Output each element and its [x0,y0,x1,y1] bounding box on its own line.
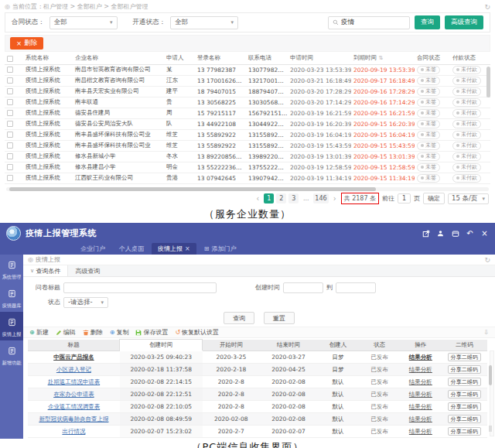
table-row[interactable]: 疫情上报系统 南丰县盛环保科技有限公司业 维芝 13 55892922 1315… [5,140,490,151]
result-analysis-link[interactable]: 结果分析 [409,416,432,422]
survey-title-link[interactable]: 小区进入登记 [56,366,91,373]
vertical-scrollbar[interactable] [490,351,494,436]
sidebar-item[interactable]: 疫情题库 [0,283,23,312]
result-analysis-link[interactable]: 结果分析 [409,366,432,373]
row-checkbox[interactable] [7,132,13,138]
table-row[interactable]: 出行情况 2020-02-07 15:23:02 2020-2-7 2020-0… [28,426,487,438]
survey-title-link[interactable]: 新型冠状病毒肺炎自查上报 [39,416,108,422]
result-analysis-link[interactable]: 结果分析 [409,391,432,398]
column-header[interactable]: 二维码 [442,340,487,351]
table-row[interactable]: 疫情上报系统 德安县住建局 周 15 79215117 156792151… 2… [5,108,490,118]
share-qrcode-button[interactable]: 分享二维码 [448,402,481,411]
copy-button[interactable]: ⊕复制 [110,328,129,337]
table-row[interactable]: 赴期返工情况申请表 2020-02-08 22:14:15 2020-2-8 2… [28,376,487,388]
restore-default-button[interactable]: ↺恢复默认设置 [175,328,219,337]
row-checkbox[interactable] [7,88,13,94]
open-status-select[interactable]: 全部▾ [170,16,238,29]
row-checkbox[interactable] [7,164,13,170]
next-page-icon[interactable]: › [332,194,338,203]
result-analysis-link[interactable]: 结果分析 [409,354,432,361]
row-checkbox[interactable] [7,99,13,105]
share-qrcode-button[interactable]: 分享二维码 [448,378,481,386]
page-button[interactable]: 3 [288,193,299,203]
query-button[interactable]: 查询 [415,15,440,29]
column-header[interactable]: 申请人 [164,53,195,64]
table-row[interactable]: 疫情上报系统 南昌楷文教育咨询有限公司 江东 13 17001626… 1321… [5,75,490,86]
tab-query-conditions[interactable]: ∨ 查询条件 [23,265,68,276]
table-row[interactable]: 疫情上报系统 江西蚁王药业有限公司 贵港 13 07942645 1390794… [5,173,490,183]
column-header[interactable]: 创建时间 [120,340,203,351]
scrollbar-thumb[interactable] [9,187,376,191]
table-row[interactable]: 疫情上报系统 南昌市智英教育咨询有限公司 某 13 77982387 13077… [5,64,490,75]
column-header[interactable]: 付款状态 [450,53,490,64]
status-select[interactable]: -请选择-▾ [63,297,108,308]
page-button[interactable]: 146 [313,193,328,203]
portal-tab-2[interactable]: 疫情上报× [152,243,196,255]
contract-status-select[interactable]: 全部▾ [50,16,118,29]
sidebar-item[interactable]: 系统管理 [0,255,23,283]
table-row[interactable]: 新型冠状病毒肺炎自查上报 2020-02-08 08:49:59 2020-02… [28,413,487,426]
goto-page-input[interactable] [398,193,411,203]
sort-icon[interactable]: ⇅ [378,55,383,61]
survey-title-link[interactable]: 企业返工情况调查表 [48,403,101,410]
horizontal-scrollbar[interactable] [6,187,489,191]
column-header[interactable]: 开始时间 [203,340,260,351]
share-qrcode-button[interactable]: 分享二维码 [448,353,481,361]
page-size-select[interactable]: 15 条/页▾ [448,193,489,204]
share-qrcode-button[interactable]: 分享二维码 [448,365,481,374]
new-window-icon[interactable] [422,229,430,238]
survey-title-link[interactable]: 中医云产品报名 [53,354,94,361]
survey-title-link[interactable]: 赴期返工情况申请表 [48,378,101,385]
column-header[interactable]: 系统名称 [23,53,73,64]
refresh-icon[interactable]: ↻ [484,3,490,11]
table-row[interactable]: 疫情上报系统 德安县公安局治安大队 队 13 44922108 13044922… [5,118,490,129]
share-qrcode-button[interactable]: 分享二维码 [448,390,481,398]
new-button[interactable]: ⊕新建 [29,328,49,337]
column-header[interactable]: 登录名称 [195,53,246,64]
table-row[interactable]: 企业返工情况调查表 2020-02-08 22:10:05 2020-2-8 2… [28,401,487,413]
survey-title-link[interactable]: 出行情况 [62,428,85,435]
page-button[interactable]: 1 [264,193,274,203]
collapse-icon[interactable]: ⇩ [483,329,489,336]
page-button[interactable]: 2 [276,193,286,203]
sidebar-item[interactable]: 新增功能 [0,340,23,369]
delete-button[interactable]: 删除 [83,328,103,337]
close-tab-icon[interactable]: × [185,245,190,252]
result-analysis-link[interactable]: 结果分析 [409,403,432,410]
back-icon[interactable]: ↶ [466,229,474,238]
table-row[interactable]: 中医云产品报名 2020-03-25 09:40:23 2020-3-25 20… [28,351,487,364]
column-header[interactable]: 联系电话 [246,53,288,64]
search-input[interactable] [341,19,405,26]
row-checkbox[interactable] [7,175,13,181]
share-qrcode-button[interactable]: 分享二维码 [448,415,481,423]
table-row[interactable]: 小区进入登记 2020-02-18 11:37:58 2020-2-18 202… [28,364,487,376]
created-to-input[interactable] [336,282,376,293]
delete-button[interactable]: ×删除 [10,37,43,50]
select-all-checkbox[interactable] [7,56,13,62]
scrollbar-thumb[interactable] [489,365,492,385]
user-icon[interactable] [436,229,445,238]
row-checkbox[interactable] [7,121,13,127]
result-analysis-link[interactable]: 结果分析 [409,378,432,385]
portal-tab-1[interactable]: 个人桌面 [113,243,150,255]
table-row[interactable]: 疫情上报系统 修水县新城小学 冬水 13 89220856… 13989220…… [5,151,490,162]
column-header[interactable]: 操作 [400,340,441,351]
survey-title-link[interactable]: 在家办公申请表 [53,391,94,398]
tab-advanced-query[interactable]: 高级查询 [68,265,107,276]
row-checkbox[interactable] [7,67,13,73]
table-row[interactable]: 疫情上报系统 南丰县盛环保科技有限公司业 维芝 13 55892922 1315… [5,129,490,140]
close-icon[interactable]: × [480,229,489,238]
reset-button[interactable]: 重置 [264,312,295,324]
refresh-icon[interactable]: ↻ [484,256,490,264]
column-header[interactable]: 到期时间 ⇅ [351,53,415,64]
column-header[interactable]: 创建人 [317,340,358,351]
result-analysis-link[interactable]: 结果分析 [409,428,432,435]
table-row[interactable]: 在家办公申请表 2020-02-08 22:12:51 2020-2-8 202… [28,388,487,401]
portal-tab-3[interactable]: ⊞添加门户 [198,243,243,255]
column-header[interactable]: 企业名称 [73,53,164,64]
sidebar-item[interactable]: 疫情上报 [0,312,23,340]
panel-icon[interactable] [451,229,459,238]
share-qrcode-button[interactable]: 分享二维码 [448,427,481,436]
column-header[interactable]: 状态 [359,340,400,351]
created-from-input[interactable] [283,282,323,293]
